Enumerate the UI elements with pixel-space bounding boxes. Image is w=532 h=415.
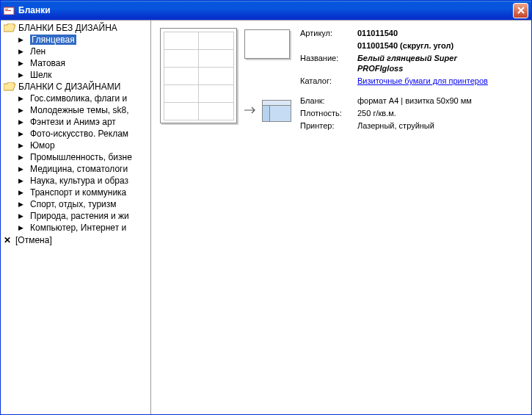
- tree-item[interactable]: ▶Природа, растения и жи: [8, 210, 150, 222]
- tree-group-label: БЛАНКИ С ДИЗАЙНАМИ: [18, 82, 120, 92]
- tree-item-silk[interactable]: ▶Шелк: [8, 69, 150, 81]
- sheet-preview: [160, 28, 237, 123]
- titlebar: Бланки: [1, 1, 531, 20]
- folder-open-icon: [4, 24, 15, 32]
- tree-item[interactable]: ▶Фото-искусство. Реклам: [8, 128, 150, 140]
- tree-label: Молодежные темы, sk8,: [30, 105, 129, 115]
- tree-item[interactable]: ▶Транспорт и коммуника: [8, 187, 150, 198]
- details-panel: Артикул: 011011540 011001540 (скругл. уг…: [151, 21, 531, 414]
- tree-label: Медицина, стоматологи: [30, 164, 128, 174]
- arrow-icon: ▶: [18, 95, 24, 102]
- tree-label: Матовая: [30, 58, 65, 68]
- arrow-icon: ▶: [18, 154, 24, 161]
- preview-column: [160, 28, 291, 122]
- catalog-link[interactable]: Визиточные бумаги для принтеров: [357, 76, 488, 85]
- articul-label: Артикул:: [300, 28, 357, 38]
- svg-rect-1: [5, 9, 8, 10]
- x-icon: ✕: [4, 235, 11, 245]
- tree-item[interactable]: ▶Гос.символика, флаги и: [8, 93, 150, 104]
- arrow-icon: ▶: [18, 201, 24, 208]
- tree-item-matte[interactable]: ▶Матовая: [8, 57, 150, 69]
- window-title: Бланки: [18, 5, 513, 15]
- folder-open-icon: [4, 82, 15, 91]
- tree-label: Транспорт и коммуника: [30, 187, 126, 198]
- tree-label: Юмор: [30, 140, 55, 151]
- tree-item[interactable]: ▶Промышленность, бизне: [8, 151, 150, 163]
- tree-item[interactable]: ▶Компьютер, Интернет и: [8, 222, 150, 234]
- arrow-icon: ▶: [18, 224, 24, 231]
- tree-item[interactable]: ▶Наука, культура и образ: [8, 175, 150, 187]
- tree-label: Гос.символика, флаги и: [30, 93, 127, 104]
- close-button[interactable]: [513, 3, 528, 18]
- tree-label: Фото-искусство. Реклам: [30, 129, 128, 139]
- tree-items-1: ▶Глянцевая ▶Лен ▶Матовая ▶Шелк: [1, 34, 150, 81]
- client-area: БЛАНКИ БЕЗ ДИЗАЙНА ▶Глянцевая ▶Лен ▶Мато…: [1, 20, 531, 414]
- tree-item-linen[interactable]: ▶Лен: [8, 46, 150, 57]
- tree-item[interactable]: ▶Фэнтези и Анимэ арт: [8, 116, 150, 128]
- cancel-label: [Отмена]: [15, 235, 52, 245]
- arrow-icon: ▶: [18, 212, 24, 220]
- arrow-icon: ▶: [18, 107, 24, 114]
- arrow-icon: ▶: [18, 130, 24, 137]
- tree-label: Фэнтези и Анимэ арт: [30, 117, 116, 127]
- tree-label: Промышленность, бизне: [30, 152, 132, 162]
- arrow-icon: ▶: [18, 177, 24, 184]
- tree-item-glossy[interactable]: ▶Глянцевая: [8, 34, 150, 46]
- arrow-icon: ▶: [18, 142, 24, 149]
- sidebar: БЛАНКИ БЕЗ ДИЗАЙНА ▶Глянцевая ▶Лен ▶Мато…: [1, 21, 151, 414]
- tree-item[interactable]: ▶Медицина, стоматологи: [8, 163, 150, 175]
- tree-item[interactable]: ▶Молодежные темы, sk8,: [8, 104, 150, 116]
- tree-item[interactable]: ▶Юмор: [8, 140, 150, 151]
- tree-label: Компьютер, Интернет и: [30, 223, 126, 233]
- tree-item[interactable]: ▶Спорт, отдых, туризм: [8, 198, 150, 210]
- arrow-icon: ▶: [18, 59, 24, 67]
- tree-label: Спорт, отдых, туризм: [30, 199, 117, 209]
- blank-value: формат А4 | визитка 50x90 мм: [357, 95, 472, 106]
- tree-group-label: БЛАНКИ БЕЗ ДИЗАЙНА: [18, 23, 117, 33]
- tree-label: Природа, растения и жи: [30, 211, 129, 221]
- arrow-icon: ▶: [18, 71, 24, 79]
- tree-label: Шелк: [30, 70, 52, 80]
- card-preview: [244, 29, 290, 59]
- editor-icon: [262, 100, 291, 122]
- tree-items-2: ▶Гос.символика, флаги и ▶Молодежные темы…: [1, 93, 150, 234]
- info-column: Артикул: 011011540 011001540 (скругл. уг…: [300, 28, 489, 133]
- tree-label: Глянцевая: [30, 35, 76, 45]
- tree-label: Лен: [30, 46, 45, 57]
- density-value: 250 г/кв.м.: [357, 108, 396, 118]
- app-icon: [4, 5, 15, 15]
- printer-label: Принтер:: [300, 120, 357, 131]
- arrow-icon: ▶: [18, 36, 24, 43]
- app-window: Бланки БЛАНКИ БЕЗ ДИЗАЙНА ▶Глянцевая ▶Ле…: [0, 0, 532, 415]
- tree-group-no-design[interactable]: БЛАНКИ БЕЗ ДИЗАЙНА: [1, 22, 150, 34]
- arrow-right-icon: [244, 105, 258, 117]
- catalog-label: Каталог:: [300, 76, 357, 86]
- arrow-icon: ▶: [18, 189, 24, 196]
- tree-label: Наука, культура и образ: [30, 176, 128, 186]
- blank-label: Бланк:: [300, 95, 357, 106]
- arrow-icon: ▶: [18, 118, 24, 126]
- arrow-icon: ▶: [18, 165, 24, 173]
- open-editor-row[interactable]: [244, 100, 291, 122]
- articul-value-2: 011001540 (скругл. угол): [357, 40, 453, 51]
- printer-value: Лазерный, струйный: [357, 120, 434, 131]
- tree-group-with-design[interactable]: БЛАНКИ С ДИЗАЙНАМИ: [1, 81, 150, 93]
- name-value: Белый глянцевый Super PROFIgloss: [357, 53, 489, 73]
- articul-value-1: 011011540: [357, 28, 398, 38]
- arrow-icon: ▶: [18, 48, 24, 55]
- cancel-item[interactable]: ✕ [Отмена]: [1, 234, 150, 247]
- svg-rect-2: [5, 10, 11, 11]
- name-label: Название:: [300, 53, 357, 73]
- density-label: Плотность:: [300, 108, 357, 118]
